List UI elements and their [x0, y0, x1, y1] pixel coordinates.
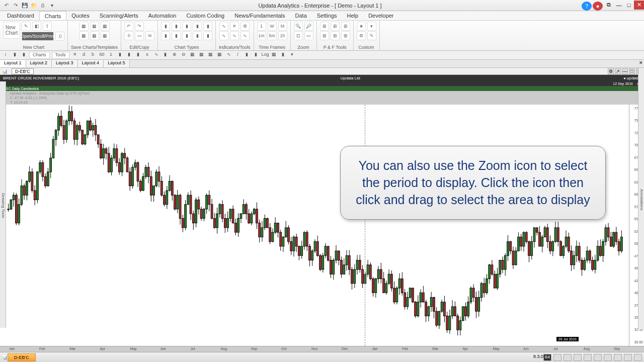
drawing-tools-sidebar[interactable]: Drawing Tools [0, 81, 6, 328]
tf-month-icon[interactable]: M [278, 22, 287, 31]
menu-dashboard[interactable]: Dashboard [2, 11, 39, 20]
pf2-icon[interactable]: ⊞ [331, 22, 340, 31]
type7-icon[interactable]: ▮ [172, 31, 181, 40]
line-icon[interactable]: ▮ [182, 22, 191, 31]
tb-icon[interactable]: ▮ [135, 52, 142, 59]
pf5-icon[interactable]: ⊞ [331, 31, 340, 40]
tb-icon[interactable]: ▮ [162, 52, 169, 59]
pf4-icon[interactable]: ⊞ [320, 31, 329, 40]
menu-newsfundamentals[interactable]: News/Fundamentals [229, 11, 290, 20]
menu-automation[interactable]: Automation [143, 11, 182, 20]
maximize-icon[interactable]: □ [624, 1, 634, 10]
menu-customcoding[interactable]: Custom Coding [181, 11, 229, 20]
tb-icon[interactable]: ▮ [244, 52, 251, 59]
tools-icon[interactable]: ✕ [230, 22, 239, 31]
tb-icon[interactable]: ↕ [2, 52, 9, 59]
pf1-icon[interactable]: ⊞ [320, 22, 329, 31]
status-icon[interactable] [553, 354, 561, 361]
print-icon[interactable]: ⎙ [39, 2, 46, 9]
status-tab[interactable]: D-EB'C [8, 353, 36, 361]
menu-quotes[interactable]: Quotes [66, 11, 94, 20]
tb-tools-button[interactable]: Tools [52, 52, 69, 59]
ohlc-icon[interactable]: ▮ [203, 22, 212, 31]
custom3-icon[interactable]: ⚙ [357, 31, 366, 40]
tb-icon[interactable]: ✕ [71, 52, 78, 59]
indicator-icon[interactable]: ∿ [219, 22, 228, 31]
tb-icon[interactable]: ▦ [198, 52, 205, 59]
save-chart-icon[interactable]: ▦ [79, 22, 89, 31]
chart-style-icon[interactable]: ✎ [22, 22, 31, 31]
status-icon[interactable] [564, 354, 572, 361]
tb-icon[interactable]: ▮ [11, 52, 18, 59]
save-layout-icon[interactable]: ▦ [101, 22, 110, 31]
record-icon[interactable]: ● [593, 2, 603, 11]
tb-icon[interactable]: ▦ [189, 52, 196, 59]
chart-export-icon[interactable]: ⇪ [43, 22, 52, 31]
menu-data[interactable]: Data [290, 11, 312, 20]
tb-icon[interactable]: b [90, 52, 97, 59]
type10-icon[interactable]: ▮ [203, 31, 212, 40]
tb-icon[interactable]: / [234, 52, 242, 59]
tb-icon[interactable]: ▦ [207, 52, 214, 59]
undo-button[interactable]: ↶ [124, 22, 133, 31]
load-layout-icon[interactable]: ▦ [101, 31, 110, 40]
email-button[interactable]: ✉ [145, 31, 154, 40]
symbol-field[interactable]: D-EB'C [12, 68, 34, 74]
tb-icon[interactable]: ▮ [253, 52, 260, 59]
layout-tab[interactable]: Layout 1 [0, 60, 26, 67]
redo-button[interactable]: ↷ [135, 22, 144, 31]
annotations-sidebar[interactable]: Annotations [638, 68, 644, 329]
type6-icon[interactable]: ▮ [161, 31, 170, 40]
copy-button[interactable]: ⎘ [124, 31, 133, 40]
zoom-in-icon[interactable]: 🔍 [294, 22, 303, 31]
custom4-icon[interactable]: ✎ [367, 31, 376, 40]
tb-icon[interactable]: ∿ [153, 52, 160, 59]
area-icon[interactable]: ▮ [193, 22, 202, 31]
new-chart-button[interactable]: New Chart [3, 22, 20, 39]
restore-icon[interactable]: ⧉ [604, 1, 614, 10]
tf-day-icon[interactable]: 1 [257, 22, 266, 31]
tb-icon[interactable]: 60 [99, 52, 106, 59]
tb-icon[interactable]: d [80, 52, 88, 59]
status-icon[interactable] [604, 354, 612, 361]
tb-icon[interactable]: ▦ [271, 52, 278, 59]
layout-close-icon[interactable]: ✕ [639, 60, 643, 65]
tb-icon[interactable]: ⊕ [171, 52, 178, 59]
menu-charts[interactable]: Charts [39, 11, 66, 20]
tb-icon[interactable]: ∿ [225, 52, 232, 59]
tf-hr-icon[interactable]: 1h [278, 31, 287, 40]
status-icon[interactable] [634, 354, 642, 361]
zoom-out-icon[interactable]: 🔎 [304, 22, 313, 31]
help-icon[interactable]: ? [582, 2, 592, 11]
menu-help[interactable]: Help [342, 11, 364, 20]
tb-icon[interactable]: ▦ [216, 52, 223, 59]
menu-scanningalerts[interactable]: Scanning/Alerts [95, 11, 143, 20]
qat-more-icon[interactable]: ▾ [48, 2, 55, 9]
chart-settings-icon[interactable]: ⚙ [608, 68, 614, 74]
status-icon[interactable] [614, 354, 622, 361]
status-icon[interactable] [594, 354, 602, 361]
paste-button[interactable]: ▭ [135, 31, 144, 40]
settings-icon[interactable]: ⚙ [240, 22, 250, 31]
chart-link-icon[interactable]: ↗ [615, 68, 621, 74]
menu-settings[interactable]: Settings [312, 11, 342, 20]
chart-area[interactable]: 77.5075.0072.5070.0067.5065.0062.5060.00… [0, 105, 644, 346]
chart-max-icon[interactable]: □ [629, 68, 635, 74]
layout-tab[interactable]: Layout 3 [52, 60, 78, 67]
save-template-icon[interactable]: ▦ [90, 22, 99, 31]
layout-tab[interactable]: Layout 2 [26, 60, 52, 67]
save-icon[interactable]: 💾 [21, 2, 28, 9]
ind4-icon[interactable]: ∿ [240, 31, 250, 40]
load-chart-icon[interactable]: ▦ [79, 31, 89, 40]
pf6-icon[interactable]: ⊞ [341, 31, 350, 40]
tf-week-icon[interactable]: W [268, 22, 277, 31]
pf3-icon[interactable]: ⊞ [341, 22, 350, 31]
ind3-icon[interactable]: ∿ [230, 31, 239, 40]
tb-icon[interactable]: ▮ [20, 52, 27, 59]
status-icon[interactable] [584, 354, 592, 361]
tb-icon[interactable]: ⊖ [180, 52, 187, 59]
status-icon[interactable] [624, 354, 632, 361]
menu-developer[interactable]: Developer [363, 11, 398, 20]
zoom-reset-icon[interactable]: ⊡ [294, 31, 303, 40]
minimize-icon[interactable]: — [614, 1, 624, 10]
